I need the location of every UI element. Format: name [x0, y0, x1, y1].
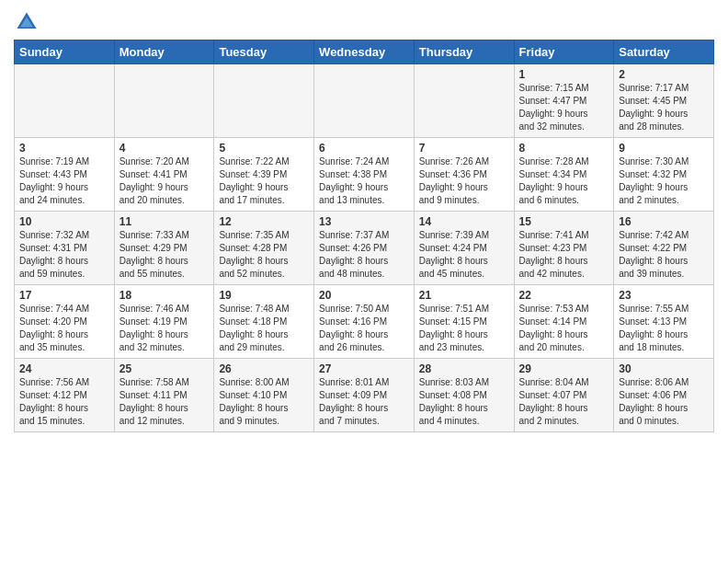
day-cell-5: 5Sunrise: 7:22 AM Sunset: 4:39 PM Daylig…	[214, 138, 314, 212]
week-row-1: 3Sunrise: 7:19 AM Sunset: 4:43 PM Daylig…	[15, 138, 714, 212]
day-number: 14	[419, 215, 509, 228]
day-info: Sunrise: 7:17 AM Sunset: 4:45 PM Dayligh…	[619, 82, 709, 133]
day-cell-18: 18Sunrise: 7:46 AM Sunset: 4:19 PM Dayli…	[114, 285, 214, 359]
day-number: 27	[319, 362, 409, 375]
logo	[14, 9, 43, 35]
day-number: 11	[119, 215, 210, 228]
day-number: 29	[519, 362, 609, 375]
day-info: Sunrise: 7:24 AM Sunset: 4:38 PM Dayligh…	[319, 155, 409, 207]
day-number: 6	[319, 142, 409, 155]
day-info: Sunrise: 7:56 AM Sunset: 4:12 PM Dayligh…	[19, 376, 109, 428]
day-cell-28: 28Sunrise: 8:03 AM Sunset: 4:08 PM Dayli…	[414, 359, 514, 432]
day-info: Sunrise: 7:30 AM Sunset: 4:32 PM Dayligh…	[619, 155, 709, 207]
day-cell-empty	[214, 64, 314, 138]
col-header-friday: Friday	[514, 40, 614, 64]
day-cell-25: 25Sunrise: 7:58 AM Sunset: 4:11 PM Dayli…	[114, 359, 214, 432]
day-info: Sunrise: 7:22 AM Sunset: 4:39 PM Dayligh…	[219, 155, 309, 207]
day-number: 25	[119, 362, 210, 375]
day-info: Sunrise: 7:51 AM Sunset: 4:15 PM Dayligh…	[419, 303, 509, 354]
day-number: 17	[19, 289, 109, 302]
col-header-saturday: Saturday	[614, 40, 714, 64]
day-cell-15: 15Sunrise: 7:41 AM Sunset: 4:23 PM Dayli…	[514, 212, 614, 285]
calendar-table: SundayMondayTuesdayWednesdayThursdayFrid…	[14, 40, 714, 432]
logo-icon	[14, 9, 40, 35]
col-header-sunday: Sunday	[15, 40, 115, 64]
day-cell-10: 10Sunrise: 7:32 AM Sunset: 4:31 PM Dayli…	[15, 212, 115, 285]
day-info: Sunrise: 7:46 AM Sunset: 4:19 PM Dayligh…	[119, 303, 210, 354]
day-cell-17: 17Sunrise: 7:44 AM Sunset: 4:20 PM Dayli…	[15, 285, 115, 359]
day-cell-1: 1Sunrise: 7:15 AM Sunset: 4:47 PM Daylig…	[514, 64, 614, 138]
day-number: 1	[519, 68, 609, 81]
col-header-tuesday: Tuesday	[214, 40, 314, 64]
day-number: 21	[419, 289, 509, 302]
day-info: Sunrise: 7:44 AM Sunset: 4:20 PM Dayligh…	[19, 303, 109, 354]
day-cell-22: 22Sunrise: 7:53 AM Sunset: 4:14 PM Dayli…	[514, 285, 614, 359]
day-cell-empty	[15, 64, 115, 138]
day-info: Sunrise: 7:55 AM Sunset: 4:13 PM Dayligh…	[619, 303, 709, 354]
day-cell-29: 29Sunrise: 8:04 AM Sunset: 4:07 PM Dayli…	[514, 359, 614, 432]
day-number: 12	[219, 215, 309, 228]
day-cell-8: 8Sunrise: 7:28 AM Sunset: 4:34 PM Daylig…	[514, 138, 614, 212]
day-number: 3	[19, 142, 109, 155]
day-number: 18	[119, 289, 210, 302]
day-cell-6: 6Sunrise: 7:24 AM Sunset: 4:38 PM Daylig…	[314, 138, 415, 212]
day-number: 23	[619, 289, 709, 302]
day-number: 7	[419, 142, 509, 155]
week-row-3: 17Sunrise: 7:44 AM Sunset: 4:20 PM Dayli…	[15, 285, 714, 359]
day-cell-4: 4Sunrise: 7:20 AM Sunset: 4:41 PM Daylig…	[114, 138, 214, 212]
col-header-monday: Monday	[114, 40, 214, 64]
day-info: Sunrise: 7:28 AM Sunset: 4:34 PM Dayligh…	[519, 155, 609, 207]
day-number: 8	[519, 142, 609, 155]
day-number: 24	[19, 362, 109, 375]
day-cell-26: 26Sunrise: 8:00 AM Sunset: 4:10 PM Dayli…	[214, 359, 314, 432]
day-number: 2	[619, 68, 709, 81]
day-info: Sunrise: 7:15 AM Sunset: 4:47 PM Dayligh…	[519, 82, 609, 133]
header-row: SundayMondayTuesdayWednesdayThursdayFrid…	[15, 40, 714, 64]
day-info: Sunrise: 8:03 AM Sunset: 4:08 PM Dayligh…	[419, 376, 509, 428]
day-cell-empty	[314, 64, 415, 138]
day-info: Sunrise: 7:42 AM Sunset: 4:22 PM Dayligh…	[619, 229, 709, 281]
day-number: 5	[219, 142, 309, 155]
day-info: Sunrise: 7:41 AM Sunset: 4:23 PM Dayligh…	[519, 229, 609, 281]
day-info: Sunrise: 7:20 AM Sunset: 4:41 PM Dayligh…	[119, 155, 210, 207]
day-cell-empty	[414, 64, 514, 138]
day-info: Sunrise: 7:32 AM Sunset: 4:31 PM Dayligh…	[19, 229, 109, 281]
day-cell-12: 12Sunrise: 7:35 AM Sunset: 4:28 PM Dayli…	[214, 212, 314, 285]
day-cell-30: 30Sunrise: 8:06 AM Sunset: 4:06 PM Dayli…	[614, 359, 714, 432]
day-number: 22	[519, 289, 609, 302]
day-cell-2: 2Sunrise: 7:17 AM Sunset: 4:45 PM Daylig…	[614, 64, 714, 138]
day-info: Sunrise: 7:35 AM Sunset: 4:28 PM Dayligh…	[219, 229, 309, 281]
day-number: 15	[519, 215, 609, 228]
day-info: Sunrise: 7:26 AM Sunset: 4:36 PM Dayligh…	[419, 155, 509, 207]
day-info: Sunrise: 7:37 AM Sunset: 4:26 PM Dayligh…	[319, 229, 409, 281]
day-number: 10	[19, 215, 109, 228]
day-info: Sunrise: 7:48 AM Sunset: 4:18 PM Dayligh…	[219, 303, 309, 354]
day-number: 19	[219, 289, 309, 302]
day-cell-empty	[114, 64, 214, 138]
day-number: 16	[619, 215, 709, 228]
col-header-wednesday: Wednesday	[314, 40, 415, 64]
day-cell-16: 16Sunrise: 7:42 AM Sunset: 4:22 PM Dayli…	[614, 212, 714, 285]
day-cell-21: 21Sunrise: 7:51 AM Sunset: 4:15 PM Dayli…	[414, 285, 514, 359]
day-info: Sunrise: 8:06 AM Sunset: 4:06 PM Dayligh…	[619, 376, 709, 428]
day-info: Sunrise: 7:19 AM Sunset: 4:43 PM Dayligh…	[19, 155, 109, 207]
day-cell-7: 7Sunrise: 7:26 AM Sunset: 4:36 PM Daylig…	[414, 138, 514, 212]
day-info: Sunrise: 7:53 AM Sunset: 4:14 PM Dayligh…	[519, 303, 609, 354]
header	[14, 9, 714, 35]
day-number: 30	[619, 362, 709, 375]
day-info: Sunrise: 7:58 AM Sunset: 4:11 PM Dayligh…	[119, 376, 210, 428]
day-cell-27: 27Sunrise: 8:01 AM Sunset: 4:09 PM Dayli…	[314, 359, 415, 432]
week-row-2: 10Sunrise: 7:32 AM Sunset: 4:31 PM Dayli…	[15, 212, 714, 285]
day-info: Sunrise: 7:39 AM Sunset: 4:24 PM Dayligh…	[419, 229, 509, 281]
day-cell-9: 9Sunrise: 7:30 AM Sunset: 4:32 PM Daylig…	[614, 138, 714, 212]
day-cell-14: 14Sunrise: 7:39 AM Sunset: 4:24 PM Dayli…	[414, 212, 514, 285]
day-number: 13	[319, 215, 409, 228]
day-number: 9	[619, 142, 709, 155]
day-info: Sunrise: 7:33 AM Sunset: 4:29 PM Dayligh…	[119, 229, 210, 281]
week-row-0: 1Sunrise: 7:15 AM Sunset: 4:47 PM Daylig…	[15, 64, 714, 138]
day-cell-24: 24Sunrise: 7:56 AM Sunset: 4:12 PM Dayli…	[15, 359, 115, 432]
day-cell-13: 13Sunrise: 7:37 AM Sunset: 4:26 PM Dayli…	[314, 212, 415, 285]
day-info: Sunrise: 7:50 AM Sunset: 4:16 PM Dayligh…	[319, 303, 409, 354]
page-container: SundayMondayTuesdayWednesdayThursdayFrid…	[0, 0, 728, 437]
day-info: Sunrise: 8:00 AM Sunset: 4:10 PM Dayligh…	[219, 376, 309, 428]
